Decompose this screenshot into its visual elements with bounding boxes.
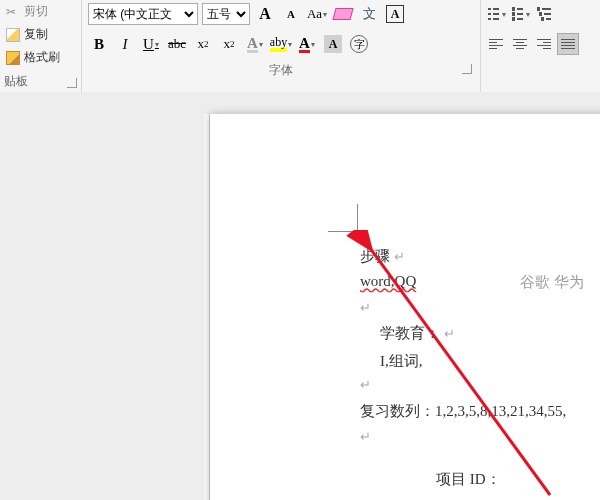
- font-size-combo[interactable]: 五号: [202, 3, 250, 25]
- doc-line-3a[interactable]: 学教育： ↵: [380, 324, 455, 343]
- doc-line-4[interactable]: 复习数列：1,2,3,5,8,13,21,34,55,: [360, 402, 566, 421]
- highlight-button[interactable]: aby▾: [270, 33, 292, 55]
- format-painter-label: 格式刷: [24, 49, 60, 66]
- copy-icon: [6, 28, 20, 42]
- align-center-icon: [511, 35, 529, 53]
- doc-pmark-3: ↵: [360, 428, 371, 445]
- change-case-button[interactable]: Aa▾: [306, 3, 328, 25]
- bullets-icon: [486, 5, 501, 23]
- eraser-icon: [332, 8, 353, 20]
- align-justify-icon: [559, 35, 577, 53]
- doc-line-5[interactable]: 项目 ID：: [436, 470, 501, 489]
- strikethrough-button[interactable]: abc: [166, 33, 188, 55]
- align-right-button[interactable]: [533, 33, 555, 55]
- cut-label: 剪切: [24, 3, 48, 20]
- align-center-button[interactable]: [509, 33, 531, 55]
- copy-label: 复制: [24, 26, 48, 43]
- cut-button[interactable]: ✂ 剪切: [0, 0, 81, 23]
- italic-button[interactable]: I: [114, 33, 136, 55]
- indent-cursor-marker: [328, 204, 358, 232]
- copy-button[interactable]: 复制: [0, 23, 81, 46]
- bullets-button[interactable]: ▾: [485, 3, 507, 25]
- doc-line-1[interactable]: 步骤 ↵: [360, 247, 405, 266]
- doc-line-3b[interactable]: I,组词,: [380, 352, 423, 371]
- scissors-icon: ✂: [6, 5, 20, 19]
- underline-button[interactable]: U▾: [140, 33, 162, 55]
- bold-button[interactable]: B: [88, 33, 110, 55]
- doc-line-2[interactable]: word,QQ: [360, 273, 416, 290]
- font-color-button[interactable]: A▾: [296, 33, 318, 55]
- enclose-char-button[interactable]: 字: [348, 33, 370, 55]
- multilevel-icon: [535, 5, 553, 23]
- phonetic-guide-button[interactable]: 文: [358, 3, 380, 25]
- brush-icon: [6, 51, 20, 65]
- shrink-font-button[interactable]: A: [280, 3, 302, 25]
- grow-font-button[interactable]: A: [254, 3, 276, 25]
- doc-line-2-right[interactable]: 谷歌 华为: [520, 273, 584, 292]
- clear-format-button[interactable]: [332, 3, 354, 25]
- align-left-button[interactable]: [485, 33, 507, 55]
- doc-pmark-1: ↵: [360, 299, 371, 316]
- clipboard-dialog-launcher[interactable]: [67, 78, 77, 88]
- font-group: 宋体 (中文正文 五号 A A Aa▾ 文 A B I U▾ abc x2 x2…: [82, 0, 480, 92]
- font-dialog-launcher[interactable]: [462, 64, 472, 74]
- superscript-button[interactable]: x2: [218, 33, 240, 55]
- align-right-icon: [535, 35, 553, 53]
- char-shading-button[interactable]: A: [322, 33, 344, 55]
- format-painter-button[interactable]: 格式刷: [0, 46, 81, 69]
- font-name-combo[interactable]: 宋体 (中文正文: [88, 3, 198, 25]
- char-border-button[interactable]: A: [384, 3, 406, 25]
- paragraph-group: ▾ ▾: [480, 0, 600, 92]
- document-page[interactable]: 步骤 ↵ word,QQ 谷歌 华为 ↵ 学教育： ↵ I,组词, ↵ 复习数列…: [210, 114, 600, 500]
- text-effects-button[interactable]: A▾: [244, 33, 266, 55]
- align-justify-button[interactable]: [557, 33, 579, 55]
- font-section-label: 字体: [269, 63, 293, 77]
- numbering-button[interactable]: ▾: [509, 3, 531, 25]
- align-left-icon: [487, 35, 505, 53]
- multilevel-list-button[interactable]: [533, 3, 555, 25]
- numbering-icon: [510, 5, 525, 23]
- clipboard-group: ✂ 剪切 复制 格式刷 贴板: [0, 0, 82, 92]
- doc-pmark-2: ↵: [360, 376, 371, 393]
- subscript-button[interactable]: x2: [192, 33, 214, 55]
